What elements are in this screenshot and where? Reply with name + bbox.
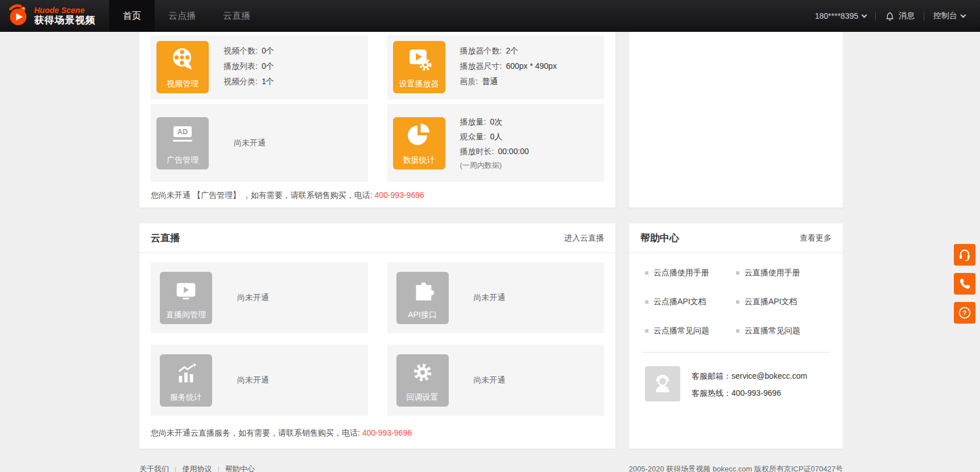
stat-value: 0次 bbox=[490, 117, 502, 126]
help-link-label: 云点播API文档 bbox=[654, 297, 706, 307]
live-panel-callback-settings: 回调设置 尚未开通 bbox=[387, 345, 605, 416]
navbar: Huode Scene 获得场景视频 首页 云点播 云直播 180****839… bbox=[0, 0, 980, 32]
footer-link-about[interactable]: 关于我们 bbox=[139, 464, 169, 472]
enter-live-link[interactable]: 进入云直播 bbox=[564, 233, 604, 243]
help-button[interactable]: ? bbox=[954, 302, 975, 324]
stat-label: 视频分类: bbox=[224, 77, 258, 86]
stat-label: 画质: bbox=[460, 77, 478, 86]
tile-player-settings[interactable]: 设置播放器 bbox=[393, 41, 445, 93]
footer-link-agreement[interactable]: 使用协议 bbox=[182, 464, 212, 472]
divider: | bbox=[175, 465, 176, 472]
puzzle-icon bbox=[396, 276, 449, 303]
nav-tab-live[interactable]: 云直播 bbox=[209, 0, 264, 32]
service-hotline: 400-993-9696 bbox=[731, 388, 781, 398]
help-link-label: 云点播使用手册 bbox=[654, 268, 709, 278]
status-not-opened: 尚未开通 bbox=[474, 293, 506, 303]
ad-icon: AD bbox=[156, 126, 209, 142]
stat-value: 0个 bbox=[262, 46, 274, 55]
live-card-header: 云直播 进入云直播 bbox=[139, 223, 615, 253]
help-link-live-manual[interactable]: 云直播使用手册 bbox=[736, 268, 827, 278]
chevron-down-icon bbox=[862, 12, 867, 18]
stat-value: 2个 bbox=[506, 46, 518, 55]
account-dropdown[interactable]: 180****8395 bbox=[815, 11, 866, 20]
footer-links: 关于我们 | 使用协议 | 帮助中心 bbox=[139, 464, 255, 472]
tile-ad-management[interactable]: AD 广告管理 bbox=[156, 117, 209, 169]
player-stats: 播放器个数:2个 播放器尺寸:600px * 490px 画质:普通 bbox=[460, 41, 557, 89]
brand[interactable]: Huode Scene 获得场景视频 bbox=[0, 0, 104, 32]
nav-tabs: 首页 云点播 云直播 bbox=[109, 0, 264, 32]
footer-link-help[interactable]: 帮助中心 bbox=[225, 464, 255, 472]
help-center-card: 帮助中心 查看更多 云点播使用手册 云直播使用手册 云点播API文档 云直播AP… bbox=[629, 223, 843, 449]
svg-text:?: ? bbox=[963, 309, 967, 316]
sales-phone: 400-993-9696 bbox=[362, 428, 412, 437]
tile-video-management[interactable]: 视频管理 bbox=[156, 41, 209, 93]
tile-live-room-management[interactable]: 直播间管理 bbox=[160, 272, 212, 324]
help-link-vod-faq[interactable]: 云点播常见问题 bbox=[645, 326, 736, 336]
brand-name-en: Huode Scene bbox=[34, 6, 96, 15]
console-dropdown[interactable]: 控制台 bbox=[933, 11, 965, 21]
messages-button[interactable]: 消息 bbox=[885, 11, 915, 21]
nav-right: 180****8395 消息 控制台 bbox=[815, 0, 980, 32]
customer-service-avatar bbox=[645, 366, 680, 401]
stat-label: 播放量: bbox=[460, 117, 486, 126]
bullet-icon bbox=[736, 300, 739, 304]
page: Huode Scene 获得场景视频 首页 云点播 云直播 180****839… bbox=[0, 0, 980, 472]
floating-buttons: ? bbox=[954, 244, 975, 324]
help-link-vod-manual[interactable]: 云点播使用手册 bbox=[645, 268, 736, 278]
notice-text: 您尚未开通云直播服务，如有需要，请联系销售购买，电话: bbox=[151, 428, 362, 437]
messages-label: 消息 bbox=[899, 11, 915, 21]
tile-service-stats[interactable]: 服务统计 bbox=[160, 354, 212, 407]
person-headset-icon bbox=[650, 371, 675, 396]
brand-name-cn: 获得场景视频 bbox=[34, 15, 96, 26]
help-link-label: 云直播常见问题 bbox=[745, 326, 800, 336]
stat-value: 00:00:00 bbox=[498, 147, 529, 156]
tile-label: API接口 bbox=[408, 310, 437, 320]
tile-label: 设置播放器 bbox=[399, 79, 439, 89]
side-column: 帮助中心 查看更多 云点播使用手册 云直播使用手册 云点播API文档 云直播AP… bbox=[629, 32, 843, 449]
film-reel-icon bbox=[156, 45, 209, 73]
nav-tab-home[interactable]: 首页 bbox=[109, 0, 155, 32]
chevron-down-icon bbox=[961, 12, 966, 18]
phone-button[interactable] bbox=[954, 273, 975, 295]
stat-label: 播放列表: bbox=[224, 61, 258, 71]
side-top-card bbox=[629, 32, 843, 208]
help-card-header: 帮助中心 查看更多 bbox=[629, 223, 843, 253]
phone-icon bbox=[958, 277, 971, 291]
tile-label: 视频管理 bbox=[167, 79, 199, 89]
help-links: 云点播使用手册 云直播使用手册 云点播API文档 云直播API文档 云点播常见问… bbox=[629, 253, 843, 336]
vod-notice: 您尚未开通 【广告管理】 ，如有需要，请联系销售购买，电话: 400-993-9… bbox=[151, 191, 604, 201]
customer-service-button[interactable] bbox=[954, 244, 975, 266]
live-panel-room-management: 直播间管理 尚未开通 bbox=[151, 262, 368, 333]
help-link-live-faq[interactable]: 云直播常见问题 bbox=[736, 326, 827, 336]
live-room-icon bbox=[160, 279, 212, 305]
video-stats: 视频个数:0个 播放列表:0个 视频分类:1个 bbox=[224, 41, 274, 89]
vod-panel-ad-management: AD 广告管理 尚未开通 bbox=[151, 104, 368, 182]
view-more-link[interactable]: 查看更多 bbox=[800, 233, 832, 243]
service-email-label: 客服邮箱： bbox=[692, 371, 731, 380]
headset-icon bbox=[957, 247, 972, 262]
tile-callback-settings[interactable]: 回调设置 bbox=[396, 354, 449, 407]
vod-panel-player-settings: 设置播放器 播放器个数:2个 播放器尺寸:600px * 490px 画质:普通 bbox=[387, 35, 605, 100]
help-link-vod-api-doc[interactable]: 云点播API文档 bbox=[645, 297, 736, 307]
vod-panel-data-stats: 数据统计 播放量:0次 观众量:0人 播放时长:00:00:00 (一周内数据) bbox=[387, 104, 605, 182]
live-card: 云直播 进入云直播 bbox=[139, 223, 615, 449]
tile-api[interactable]: API接口 bbox=[396, 272, 449, 324]
bullet-icon bbox=[645, 300, 648, 304]
bullet-icon bbox=[645, 329, 648, 333]
stats-period-note: (一周内数据) bbox=[460, 159, 529, 172]
nav-tab-vod[interactable]: 云点播 bbox=[155, 0, 209, 32]
account-number: 180****8395 bbox=[815, 11, 858, 20]
tile-data-stats[interactable]: 数据统计 bbox=[393, 117, 445, 169]
status-not-opened: 尚未开通 bbox=[234, 138, 266, 148]
customer-service-block: 客服邮箱：service@bokecc.com 客服热线：400-993-969… bbox=[629, 353, 843, 401]
vod-panel-video-management: 视频管理 视频个数:0个 播放列表:0个 视频分类:1个 bbox=[151, 35, 368, 100]
sales-phone: 400-993-9696 bbox=[375, 191, 424, 200]
copyright-text: 2005-2020 获得场景视频 bokecc.com 版权所有京ICP证070… bbox=[629, 464, 843, 472]
bullet-icon bbox=[645, 271, 648, 275]
stat-value: 600px * 490px bbox=[506, 61, 557, 71]
live-notice: 您尚未开通云直播服务，如有需要，请联系销售购买，电话: 400-993-9696 bbox=[151, 428, 604, 438]
help-link-live-api-doc[interactable]: 云直播API文档 bbox=[736, 297, 827, 307]
bullet-icon bbox=[736, 329, 739, 333]
bar-chart-icon bbox=[160, 361, 212, 387]
live-panel-service-stats: 服务统计 尚未开通 bbox=[151, 345, 368, 416]
